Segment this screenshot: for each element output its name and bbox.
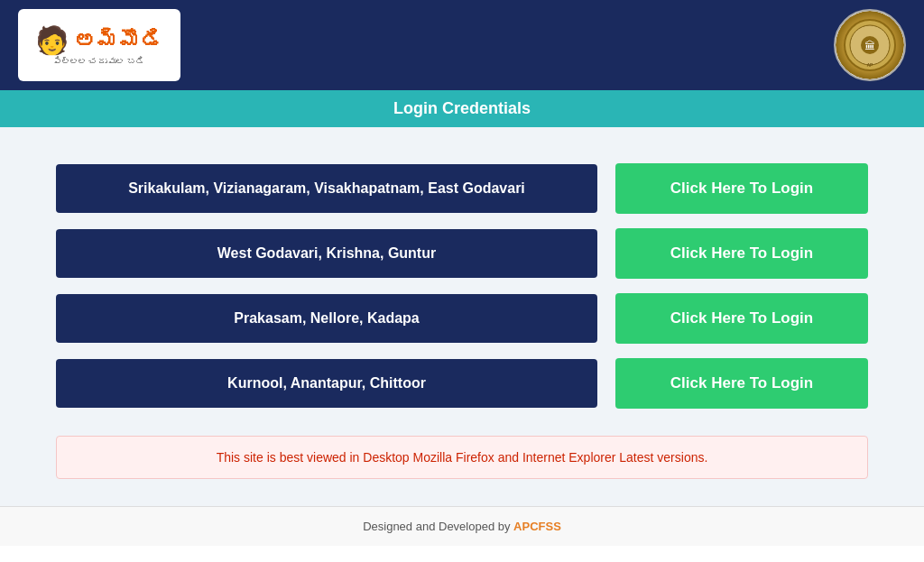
logo-left: 🧑 అమ్మొడి పిల్లల చదువుల బడి (18, 9, 180, 81)
login-row-3: Prakasam, Nellore, KadapaClick Here To L… (56, 293, 868, 344)
login-row-2: West Godavari, Krishna, GunturClick Here… (56, 228, 868, 279)
district-label-1: Srikakulam, Vizianagaram, Visakhapatnam,… (56, 164, 597, 213)
header: 🧑 అమ్మొడి పిల్లల చదువుల బడి 🏛 AP (0, 0, 924, 90)
svg-text:AP: AP (867, 62, 873, 68)
login-button-1[interactable]: Click Here To Login (615, 163, 868, 214)
svg-text:🏛: 🏛 (864, 40, 875, 52)
notice-box: This site is best viewed in Desktop Mozi… (56, 436, 868, 479)
login-button-2[interactable]: Click Here To Login (615, 228, 868, 279)
banner: Login Credentials (0, 90, 924, 127)
emblem-graphic: 🏛 AP (836, 11, 904, 79)
banner-title: Login Credentials (393, 99, 531, 117)
district-label-4: Kurnool, Anantapur, Chittoor (56, 359, 597, 408)
district-label-2: West Godavari, Krishna, Guntur (56, 229, 597, 278)
main-content: Srikakulam, Vizianagaram, Visakhapatnam,… (0, 127, 924, 506)
login-row-1: Srikakulam, Vizianagaram, Visakhapatnam,… (56, 163, 868, 214)
footer: Designed and Developed by APCFSS (0, 506, 924, 546)
telugu-title: అమ్మొడి (74, 28, 164, 53)
person-icon: 🧑 (35, 24, 69, 56)
footer-link[interactable]: APCFSS (513, 520, 561, 533)
telugu-subtitle: పిల్లల చదువుల బడి (53, 56, 146, 66)
login-row-4: Kurnool, Anantapur, ChittoorClick Here T… (56, 358, 868, 409)
login-rows-container: Srikakulam, Vizianagaram, Visakhapatnam,… (56, 163, 868, 409)
notice-text: This site is best viewed in Desktop Mozi… (217, 450, 708, 465)
footer-text: Designed and Developed by (363, 520, 513, 533)
district-label-3: Prakasam, Nellore, Kadapa (56, 294, 597, 343)
login-button-4[interactable]: Click Here To Login (615, 358, 868, 409)
login-button-3[interactable]: Click Here To Login (615, 293, 868, 344)
government-emblem: 🏛 AP (834, 9, 906, 81)
